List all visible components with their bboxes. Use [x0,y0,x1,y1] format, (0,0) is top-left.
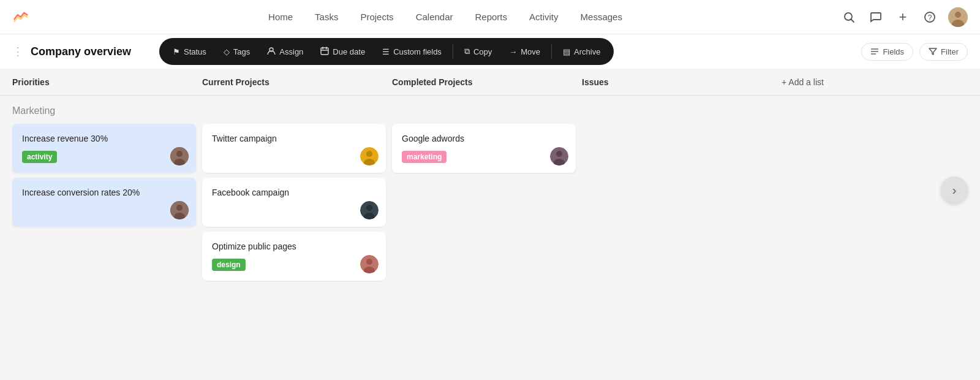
svg-point-17 [176,151,183,157]
move-button[interactable]: → Move [500,44,549,60]
col-header-current: Current Projects [202,77,392,87]
status-icon: ⚑ [173,47,180,56]
status-label: Status [184,47,206,56]
scroll-right-button[interactable]: › [941,177,968,203]
card-p1[interactable]: Increase revenue 30% activity [12,124,196,173]
due-date-icon [320,47,329,57]
assign-icon [267,47,276,57]
card-cp1-bottom: marketing [402,151,566,163]
due-date-button[interactable]: Due date [312,43,374,61]
user-avatar[interactable] [948,7,968,27]
column-current: Twitter campaign Facebook campaign [202,124,392,281]
col-header-priorities: Priorities [12,77,202,87]
page-title: Company overview [31,45,131,58]
tags-label: Tags [233,47,250,56]
card-c2[interactable]: Facebook campaign [202,178,386,227]
card-c1-title: Twitter campaign [212,134,376,143]
copy-label: Copy [473,47,492,56]
help-icon[interactable]: ? [921,9,938,26]
nav-icons: + ? [840,7,968,27]
nav-tasks[interactable]: Tasks [315,12,338,22]
add-list-button[interactable]: + Add a list [772,77,824,87]
filter-label: Filter [941,47,959,56]
svg-point-26 [366,205,372,211]
drag-handle[interactable]: ⋮ [12,45,23,58]
svg-point-32 [556,151,562,157]
top-nav: Home Tasks Projects Calendar Reports Act… [0,0,980,34]
archive-button[interactable]: ▤ Archive [554,44,609,60]
main-content: Priorities Current Projects Completed Pr… [0,69,980,380]
columns-row: Increase revenue 30% activity Incre [12,124,968,281]
toolbar-row: ⋮ Company overview ⚑ Status ◇ Tags Assig… [0,34,980,69]
col-header-issues: Issues [582,77,772,87]
group-label: Marketing [12,96,968,124]
custom-fields-icon: ☰ [382,47,390,56]
svg-rect-9 [321,48,328,55]
svg-point-6 [955,12,961,18]
card-c2-title: Facebook campaign [212,188,376,197]
tags-icon: ◇ [224,47,230,56]
card-p1-bottom: activity [22,151,186,163]
move-icon: → [509,47,517,56]
fields-button[interactable]: Fields [861,43,913,61]
nav-activity[interactable]: Activity [529,12,559,22]
fields-label: Fields [883,47,904,56]
nav-links: Home Tasks Projects Calendar Reports Act… [50,12,840,22]
card-p2[interactable]: Increase conversion rates 20% [12,178,196,227]
dark-toolbar: ⚑ Status ◇ Tags Assign Due date ☰ Custom… [159,38,614,65]
column-priorities: Increase revenue 30% activity Incre [12,124,202,227]
status-button[interactable]: ⚑ Status [164,44,215,60]
card-c1[interactable]: Twitter campaign [202,124,386,173]
chat-icon[interactable] [867,9,884,26]
board-area: Marketing Increase revenue 30% activity [0,96,980,380]
tags-button[interactable]: ◇ Tags [215,44,258,60]
page-title-area: ⋮ Company overview [12,45,131,58]
copy-icon: ⧉ [464,47,470,56]
add-icon[interactable]: + [894,9,911,26]
svg-line-2 [851,19,854,22]
custom-fields-label: Custom fields [393,47,442,56]
card-p2-avatar [170,201,189,219]
search-icon[interactable] [840,9,858,26]
card-c3-title: Optimize public pages [212,241,376,251]
move-label: Move [521,47,540,56]
card-c3-bottom: design [212,259,376,271]
filter-button[interactable]: Filter [919,43,968,61]
card-c1-avatar [360,147,379,165]
card-p1-tag: activity [22,151,57,163]
svg-point-23 [366,151,372,157]
nav-home[interactable]: Home [268,12,293,22]
toolbar-separator-1 [453,44,453,59]
card-cp1[interactable]: Google adwords marketing [392,124,576,173]
nav-projects[interactable]: Projects [360,12,393,22]
right-actions: Fields Filter [861,43,968,61]
card-cp1-avatar [550,147,568,165]
svg-point-20 [176,205,183,211]
card-p1-title: Increase revenue 30% [22,134,186,143]
archive-label: Archive [574,47,600,56]
card-cp1-title: Google adwords [402,134,566,143]
assign-button[interactable]: Assign [258,43,312,61]
card-cp1-tag: marketing [402,151,447,163]
toolbar-separator-2 [551,44,552,59]
column-completed: Google adwords marketing [392,124,582,173]
nav-calendar[interactable]: Calendar [416,12,453,22]
column-headers: Priorities Current Projects Completed Pr… [0,69,980,96]
card-c3[interactable]: Optimize public pages design [202,232,386,281]
due-date-label: Due date [333,47,365,56]
copy-button[interactable]: ⧉ Copy [456,43,500,60]
card-c2-avatar [360,201,379,219]
nav-reports[interactable]: Reports [475,12,508,22]
nav-messages[interactable]: Messages [581,12,622,22]
card-p1-avatar [170,147,189,165]
assign-label: Assign [279,47,303,56]
card-c3-avatar [360,255,379,273]
custom-fields-button[interactable]: ☰ Custom fields [374,44,450,60]
archive-icon: ▤ [563,47,570,56]
card-p2-title: Increase conversion rates 20% [22,188,186,197]
logo[interactable] [12,7,32,27]
svg-point-29 [366,259,372,265]
svg-text:?: ? [928,13,932,22]
col-header-completed: Completed Projects [392,77,582,87]
card-c3-tag: design [212,259,246,271]
